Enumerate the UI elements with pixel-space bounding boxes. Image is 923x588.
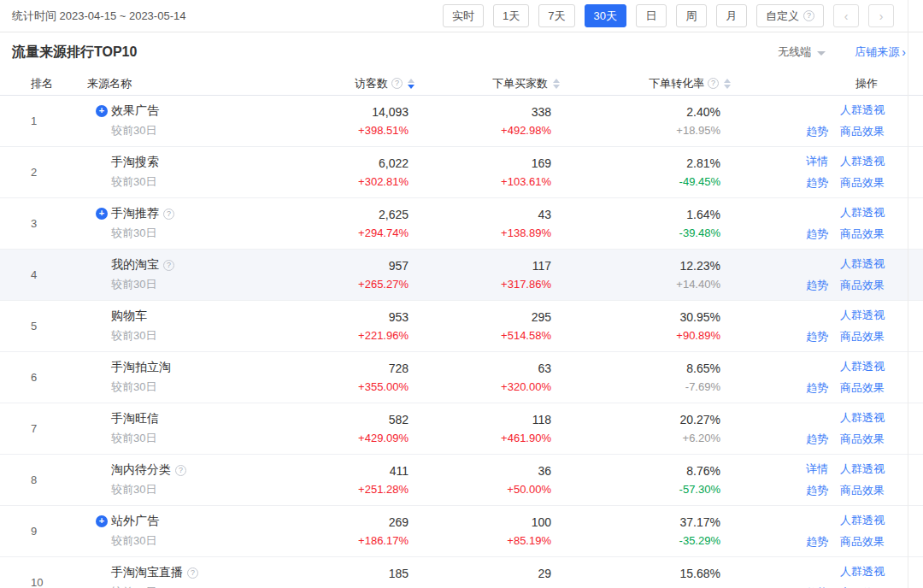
- conversion-cell: 8.76% -57.30%: [560, 455, 731, 505]
- action-link[interactable]: 商品效果: [840, 278, 885, 293]
- actions-cell: 人群透视 趋势商品效果: [731, 352, 885, 403]
- visitors-cell: 411 +251.28%: [286, 455, 414, 505]
- range-button-label: 自定义: [766, 5, 799, 26]
- column-header-rank: 排名: [0, 76, 65, 91]
- rank-value: 1: [31, 115, 37, 127]
- action-link[interactable]: 人群透视: [840, 410, 885, 426]
- action-link[interactable]: 详情: [806, 154, 828, 169]
- help-icon[interactable]: ?: [803, 10, 814, 21]
- buyers-value: 117: [532, 259, 551, 273]
- action-link[interactable]: 趋势: [806, 432, 828, 447]
- help-icon[interactable]: ?: [708, 78, 719, 89]
- conversion-change: +6.20%: [683, 432, 720, 444]
- conversion-value: 2.81%: [686, 156, 720, 170]
- range-button[interactable]: 实时: [443, 4, 484, 27]
- action-link[interactable]: 人群透视: [840, 256, 885, 272]
- action-link[interactable]: 人群透视: [840, 154, 885, 169]
- table-row: 5 + 购物车 ? 较前30日 953 +221.96% 295 +514.58…: [0, 301, 923, 352]
- column-header-actions: 操作: [731, 76, 885, 91]
- action-link[interactable]: 趋势: [806, 380, 828, 396]
- sort-down-icon: [553, 85, 560, 89]
- conversion-cell: 30.95% +90.89%: [560, 301, 731, 351]
- help-icon[interactable]: ?: [163, 209, 174, 220]
- conversion-cell: 15.68% -13.86%: [560, 557, 731, 588]
- actions-cell: 人群透视 趋势商品效果: [731, 403, 885, 454]
- column-header-visitors[interactable]: 访客数 ?: [286, 76, 414, 91]
- prev-period-button[interactable]: ‹: [833, 4, 859, 27]
- expand-plus-icon[interactable]: +: [96, 208, 108, 220]
- action-link[interactable]: 趋势: [806, 175, 828, 191]
- terminal-select[interactable]: 无线端: [778, 44, 826, 60]
- range-button[interactable]: 周: [676, 4, 707, 27]
- visitors-cell: 14,093 +398.51%: [286, 96, 414, 146]
- action-link[interactable]: 人群透视: [840, 103, 885, 118]
- shop-source-link[interactable]: 店铺来源 ›: [855, 44, 906, 60]
- action-link[interactable]: 人群透视: [840, 205, 885, 220]
- action-link[interactable]: 人群透视: [840, 564, 885, 579]
- source-name-cell: + 手淘推荐 ? 较前30日: [65, 198, 286, 249]
- next-period-button[interactable]: ›: [868, 4, 894, 27]
- column-header-conversion[interactable]: 下单转化率 ?: [560, 76, 731, 91]
- buyers-value: 63: [538, 362, 551, 375]
- expand-plus-icon[interactable]: +: [96, 515, 108, 527]
- sort-icon[interactable]: [408, 79, 414, 89]
- visitors-cell: 953 +221.96%: [286, 301, 414, 351]
- range-button[interactable]: 1天: [493, 4, 529, 27]
- conversion-change: -7.69%: [685, 380, 720, 393]
- action-link[interactable]: 趋势: [806, 226, 828, 242]
- sort-up-icon: [408, 79, 414, 83]
- help-icon[interactable]: ?: [163, 260, 174, 271]
- buyers-cell: 117 +317.86%: [414, 250, 560, 300]
- source-name: 手淘淘宝直播: [111, 565, 183, 580]
- visitors-value: 269: [389, 515, 409, 529]
- buyers-change: +317.86%: [501, 278, 551, 291]
- action-link[interactable]: 商品效果: [840, 483, 885, 498]
- column-header-visitors-label: 访客数: [355, 76, 388, 91]
- actions-cell: 人群透视 趋势商品效果: [731, 557, 885, 588]
- action-link[interactable]: 趋势: [806, 483, 828, 498]
- action-link[interactable]: 商品效果: [840, 175, 885, 191]
- action-link[interactable]: 商品效果: [840, 380, 885, 396]
- conversion-value: 8.76%: [686, 464, 720, 478]
- action-link[interactable]: 趋势: [806, 329, 828, 344]
- conversion-change: +90.89%: [676, 329, 720, 342]
- expand-plus-icon[interactable]: +: [96, 105, 108, 117]
- rank-cell: 9: [0, 506, 65, 556]
- action-link[interactable]: 商品效果: [840, 226, 885, 242]
- help-icon[interactable]: ?: [175, 465, 186, 476]
- buyers-value: 295: [532, 310, 551, 324]
- action-link[interactable]: 商品效果: [840, 534, 885, 550]
- actions-cell: 人群透视 趋势商品效果: [731, 250, 885, 300]
- action-link[interactable]: 商品效果: [840, 329, 885, 344]
- action-link[interactable]: 人群透视: [840, 308, 885, 323]
- range-button[interactable]: 自定义?: [756, 4, 824, 27]
- help-icon[interactable]: ?: [187, 567, 198, 579]
- buyers-change: +85.19%: [507, 534, 551, 547]
- source-name-cell: + 手淘拍立淘 ? 较前30日: [65, 352, 286, 403]
- action-link[interactable]: 人群透视: [840, 359, 885, 374]
- range-button[interactable]: 月: [716, 4, 747, 27]
- actions-cell: 详情人群透视 趋势商品效果: [731, 147, 885, 197]
- action-link[interactable]: 人群透视: [840, 513, 885, 528]
- sort-up-icon: [724, 79, 731, 83]
- action-link[interactable]: 趋势: [806, 278, 828, 293]
- sort-icon[interactable]: [553, 79, 560, 89]
- source-name: 我的淘宝: [111, 257, 159, 273]
- action-link[interactable]: 趋势: [806, 534, 828, 550]
- column-header-buyers[interactable]: 下单买家数: [414, 76, 560, 91]
- action-link[interactable]: 趋势: [806, 124, 828, 139]
- compare-period-label: 较前30日: [111, 585, 286, 588]
- action-link[interactable]: 人群透视: [840, 462, 885, 477]
- help-icon[interactable]: ?: [391, 78, 403, 89]
- conversion-value: 2.40%: [686, 105, 720, 119]
- visitors-value: 582: [389, 413, 409, 426]
- sort-icon[interactable]: [724, 79, 731, 89]
- action-link[interactable]: 商品效果: [840, 124, 885, 139]
- range-button[interactable]: 7天: [538, 4, 574, 27]
- conversion-cell: 1.64% -39.48%: [560, 198, 731, 249]
- range-button[interactable]: 30天: [585, 4, 626, 27]
- action-link[interactable]: 商品效果: [840, 432, 885, 447]
- buyers-change: +514.58%: [501, 329, 551, 342]
- range-button[interactable]: 日: [636, 4, 667, 27]
- action-link[interactable]: 详情: [806, 462, 828, 477]
